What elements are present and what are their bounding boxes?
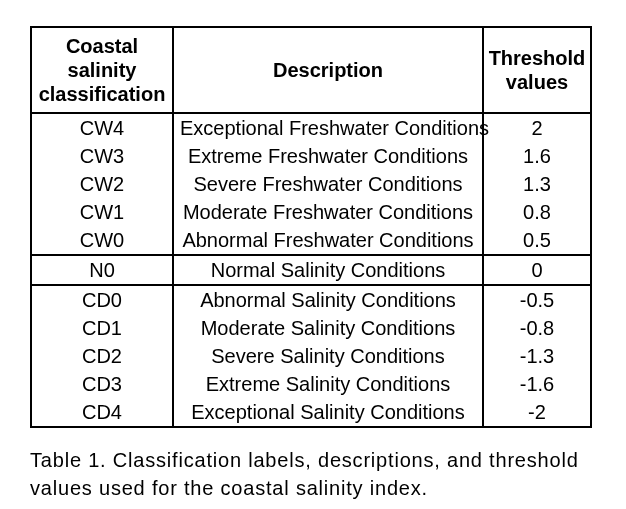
cell-threshold: 2 [483, 113, 591, 142]
salinity-classification-table: Coastal salinity classification Descript… [30, 26, 592, 428]
cell-threshold: 0 [483, 255, 591, 285]
cell-threshold: 0.8 [483, 198, 591, 226]
cell-description: Normal Salinity Conditions [173, 255, 483, 285]
table-row: CD3Extreme Salinity Conditions-1.6 [31, 370, 591, 398]
cell-description: Extreme Salinity Conditions [173, 370, 483, 398]
cell-threshold: 1.6 [483, 142, 591, 170]
table-row: CW4Exceptional Freshwater Conditions2 [31, 113, 591, 142]
table-header-row: Coastal salinity classification Descript… [31, 27, 591, 113]
table-caption: Table 1. Classification labels, descript… [30, 446, 592, 502]
cell-threshold: -0.5 [483, 285, 591, 314]
cell-classification: CW0 [31, 226, 173, 255]
table-row: CW0Abnormal Freshwater Conditions0.5 [31, 226, 591, 255]
cell-classification: CD2 [31, 342, 173, 370]
cell-threshold: -0.8 [483, 314, 591, 342]
table-row: N0Normal Salinity Conditions0 [31, 255, 591, 285]
cell-description: Severe Salinity Conditions [173, 342, 483, 370]
table-row: CW3Extreme Freshwater Conditions1.6 [31, 142, 591, 170]
cell-description: Moderate Freshwater Conditions [173, 198, 483, 226]
table-row: CW2Severe Freshwater Conditions1.3 [31, 170, 591, 198]
cell-classification: CD4 [31, 398, 173, 427]
cell-description: Severe Freshwater Conditions [173, 170, 483, 198]
cell-description: Exceptional Salinity Conditions [173, 398, 483, 427]
cell-threshold: -2 [483, 398, 591, 427]
cell-classification: CD0 [31, 285, 173, 314]
cell-classification: CW3 [31, 142, 173, 170]
cell-description: Moderate Salinity Conditions [173, 314, 483, 342]
cell-classification: CD3 [31, 370, 173, 398]
cell-threshold: -1.3 [483, 342, 591, 370]
cell-description: Extreme Freshwater Conditions [173, 142, 483, 170]
table-row: CD1Moderate Salinity Conditions-0.8 [31, 314, 591, 342]
header-threshold: Threshold values [483, 27, 591, 113]
cell-description: Abnormal Salinity Conditions [173, 285, 483, 314]
cell-threshold: 1.3 [483, 170, 591, 198]
header-classification: Coastal salinity classification [31, 27, 173, 113]
cell-threshold: -1.6 [483, 370, 591, 398]
cell-threshold: 0.5 [483, 226, 591, 255]
table-row: CD0Abnormal Salinity Conditions-0.5 [31, 285, 591, 314]
table-row: CW1Moderate Freshwater Conditions0.8 [31, 198, 591, 226]
cell-description: Abnormal Freshwater Conditions [173, 226, 483, 255]
cell-classification: CD1 [31, 314, 173, 342]
cell-classification: CW2 [31, 170, 173, 198]
cell-classification: CW1 [31, 198, 173, 226]
cell-description: Exceptional Freshwater Conditions [173, 113, 483, 142]
cell-classification: CW4 [31, 113, 173, 142]
cell-classification: N0 [31, 255, 173, 285]
header-description: Description [173, 27, 483, 113]
table-row: CD2Severe Salinity Conditions-1.3 [31, 342, 591, 370]
table-row: CD4Exceptional Salinity Conditions-2 [31, 398, 591, 427]
